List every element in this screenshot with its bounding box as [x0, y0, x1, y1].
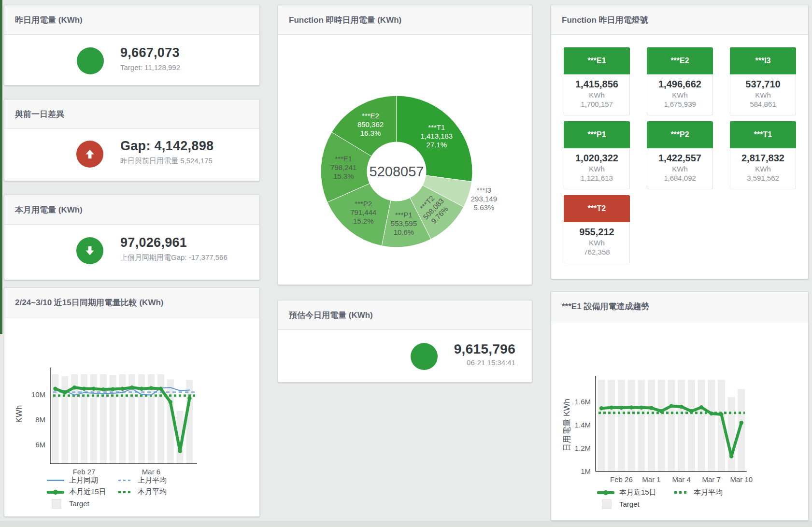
legend-target-swatch-icon [52, 499, 61, 509]
svg-text:***T1: ***T1 [428, 123, 445, 131]
kpi-subtitle: 上個月同期用電Gap: -17,377,566 [120, 253, 228, 262]
tile-value: 955,212 [564, 222, 629, 238]
legend-label: 本月近15日 [619, 488, 666, 497]
svg-text:***P2: ***P2 [355, 199, 372, 208]
card-header: 2/24~3/10 近15日同期用電量比較 (KWh) [4, 288, 259, 317]
svg-text:6M: 6M [35, 441, 45, 449]
tile-target: 3,591,562 [730, 174, 796, 182]
donut-center-total: 5208057 [370, 164, 424, 179]
card-header: 昨日用電量 (KWh) [4, 5, 259, 35]
svg-text:Mar 4: Mar 4 [672, 475, 690, 484]
svg-text:5.63%: 5.63% [474, 203, 495, 212]
tile-name: ***P1 [564, 121, 630, 148]
svg-text:KWh: KWh [14, 405, 24, 423]
card-header: Function 昨日用電燈號 [551, 5, 808, 35]
legend-line-green-icon [47, 491, 64, 494]
svg-text:Feb 26: Feb 26 [610, 475, 633, 484]
legend-label: 本月平均 [694, 488, 723, 497]
card-title: Function 即時日用電量 (KWh) [289, 14, 401, 26]
svg-text:10M: 10M [31, 390, 45, 399]
chart-legend: 上月同期 上月平均 本月近15日 本月平均 Target [47, 476, 175, 508]
card-month-usage: 本月用電量 (KWh) 97,026,961 上個月同期用電Gap: -17,3… [4, 195, 260, 280]
svg-text:***E1: ***E1 [335, 155, 352, 163]
light-tile-alert: ***T2 955,212 KWh 762,358 [564, 195, 630, 263]
tile-unit: KWh [564, 91, 629, 99]
status-circle-icon [77, 47, 104, 74]
tile-target: 1,675,939 [647, 100, 712, 108]
svg-text:1,413,183: 1,413,183 [420, 132, 453, 140]
kpi-value: 9,615,796 [454, 342, 515, 357]
svg-text:1M: 1M [581, 467, 591, 475]
legend-dotted-green-icon [674, 491, 689, 494]
status-circle-icon [411, 343, 438, 370]
tile-value: 1,422,557 [647, 148, 712, 164]
tile-unit: KWh [647, 165, 712, 173]
tile-value: 537,710 [730, 74, 796, 90]
svg-text:1.6M: 1.6M [575, 398, 591, 406]
svg-text:8M: 8M [35, 415, 45, 424]
legend-dashed-blue-icon [118, 480, 133, 481]
tile-value: 1,020,322 [564, 148, 629, 164]
legend-label: 上月同期 [69, 476, 110, 485]
svg-text:15.2%: 15.2% [353, 217, 374, 225]
tile-unit: KWh [730, 91, 796, 99]
light-tile: ***E1 1,415,856 KWh 1,700,157 [564, 47, 630, 115]
card-title: 2/24~3/10 近15日同期用電量比較 (KWh) [15, 297, 164, 308]
svg-text:791,444: 791,444 [350, 208, 376, 216]
sidebar-edge [0, 0, 2, 334]
legend-label: 上月平均 [138, 476, 167, 485]
card-header: 預估今日用電量 (KWh) [278, 300, 532, 330]
legend-target-swatch-icon [602, 499, 612, 509]
tile-target: 584,861 [730, 100, 796, 108]
card-gap-previous-day: 與前一日差異 Gap: 4,142,898 昨日與前日用電量 5,524,175 [4, 99, 260, 181]
svg-text:1.2M: 1.2M [575, 444, 591, 452]
card-15day-comparison-chart: 2/24~3/10 近15日同期用電量比較 (KWh) 6M8M10MFeb 2… [4, 287, 260, 517]
svg-text:***P1: ***P1 [395, 211, 413, 219]
tile-name: ***E2 [647, 47, 713, 74]
donut-slice-label: ***I3293,1495.63% [471, 186, 497, 212]
kpi-value: 9,667,073 [120, 45, 180, 60]
light-tile: ***E2 1,496,662 KWh 1,675,939 [647, 47, 713, 115]
card-e1-trend-chart: ***E1 設備用電達成趨勢 1M1.2M1.4M1.6MFeb 26Mar 1… [551, 291, 809, 521]
light-tile: ***I3 537,710 KWh 584,861 [730, 47, 796, 115]
tile-target: 1,684,092 [647, 174, 712, 182]
svg-text:Mar 1: Mar 1 [642, 475, 660, 484]
card-header: ***E1 設備用電達成趨勢 [551, 292, 808, 321]
comparison-line-chart: 6M8M10MFeb 27Mar 6KWh [4, 317, 260, 477]
tile-name: ***T1 [730, 121, 796, 148]
legend-line-green-icon [597, 491, 614, 494]
card-estimate-today: 預估今日用電量 (KWh) 9,615,796 06-21 15:34:41 [278, 300, 532, 383]
kpi-value: 97,026,961 [120, 235, 228, 250]
tile-unit: KWh [647, 91, 712, 99]
card-yesterday-usage: 昨日用電量 (KWh) 9,667,073 Target: 11,128,992 [4, 5, 260, 85]
legend-label: 本月平均 [138, 487, 167, 497]
kpi-subtitle: 昨日與前日用電量 5,524,175 [120, 157, 214, 166]
light-tile: ***P2 1,422,557 KWh 1,684,092 [647, 121, 713, 189]
svg-text:293,149: 293,149 [471, 195, 497, 203]
legend-label: 本月近15日 [69, 487, 110, 497]
page-bottom-strip [0, 521, 812, 527]
card-yesterday-lights: Function 昨日用電燈號 ***E1 1,415,856 KWh 1,70… [551, 5, 809, 279]
light-tile: ***P1 1,020,322 KWh 1,121,613 [564, 121, 630, 189]
card-title: 預估今日用電量 (KWh) [289, 310, 373, 321]
card-title: ***E1 設備用電達成趨勢 [562, 301, 649, 312]
svg-text:Mar 10: Mar 10 [730, 475, 753, 484]
svg-text:798,241: 798,241 [330, 163, 356, 171]
legend-dotted-green-icon [118, 491, 133, 493]
svg-text:***E2: ***E2 [362, 112, 379, 120]
tile-unit: KWh [564, 239, 629, 247]
tile-target: 1,121,613 [564, 174, 629, 182]
svg-text:15.3%: 15.3% [333, 172, 354, 180]
arrow-down-circle-icon [76, 237, 103, 264]
legend-label: Target [619, 500, 640, 508]
tile-value: 1,415,856 [564, 74, 629, 90]
kpi-value: Gap: 4,142,898 [120, 139, 214, 154]
svg-text:27.1%: 27.1% [427, 141, 447, 149]
svg-text:Mar 6: Mar 6 [142, 468, 160, 476]
tile-name: ***I3 [730, 47, 796, 74]
tile-target: 1,700,157 [564, 100, 629, 108]
tile-name: ***T2 [564, 195, 630, 222]
tile-name: ***P2 [647, 121, 713, 148]
card-title: 昨日用電量 (KWh) [15, 14, 83, 26]
legend-line-blue-icon [47, 480, 64, 481]
